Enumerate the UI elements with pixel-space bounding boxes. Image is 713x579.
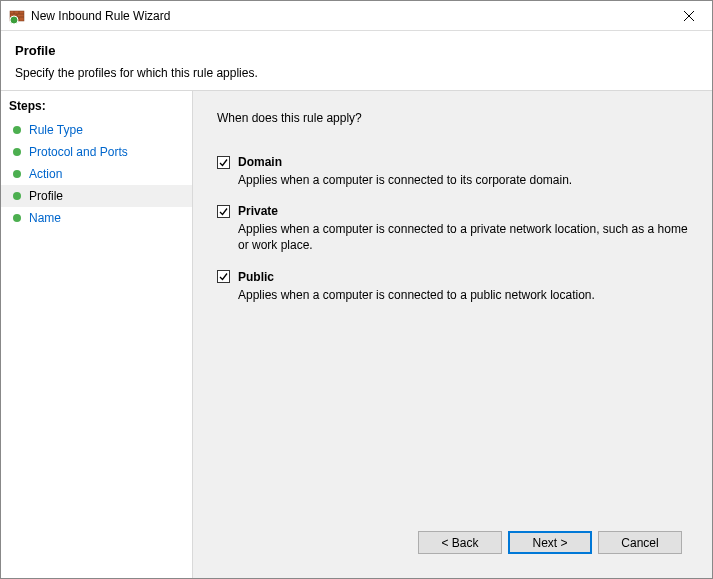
step-item-protocol-and-ports[interactable]: Protocol and Ports (1, 141, 192, 163)
step-bullet-icon (13, 170, 21, 178)
step-item-name[interactable]: Name (1, 207, 192, 229)
svg-point-8 (10, 16, 18, 24)
checkbox-domain[interactable] (217, 156, 230, 169)
step-label: Action (29, 167, 62, 181)
step-bullet-icon (13, 126, 21, 134)
option-row: Public (217, 270, 694, 284)
profile-option-private: PrivateApplies when a computer is connec… (217, 204, 694, 253)
profile-option-public: PublicApplies when a computer is connect… (217, 270, 694, 303)
firewall-icon (9, 8, 25, 24)
close-button[interactable] (674, 5, 704, 27)
option-label: Private (238, 204, 278, 218)
steps-heading: Steps: (1, 95, 192, 119)
step-item-action[interactable]: Action (1, 163, 192, 185)
checkmark-icon (218, 271, 229, 282)
step-label: Rule Type (29, 123, 83, 137)
wizard-footer: < Back Next > Cancel (217, 521, 694, 568)
wizard-body: Steps: Rule TypeProtocol and PortsAction… (1, 90, 712, 578)
checkbox-private[interactable] (217, 205, 230, 218)
profile-option-domain: DomainApplies when a computer is connect… (217, 155, 694, 188)
option-row: Private (217, 204, 694, 218)
wizard-header: Profile Specify the profiles for which t… (1, 31, 712, 90)
checkmark-icon (218, 206, 229, 217)
option-description: Applies when a computer is connected to … (238, 221, 688, 253)
step-bullet-icon (13, 148, 21, 156)
next-button[interactable]: Next > (508, 531, 592, 554)
content-panel: When does this rule apply? DomainApplies… (193, 91, 712, 578)
checkmark-icon (218, 157, 229, 168)
page-subtitle: Specify the profiles for which this rule… (15, 66, 698, 80)
step-item-profile[interactable]: Profile (1, 185, 192, 207)
step-bullet-icon (13, 192, 21, 200)
titlebar: New Inbound Rule Wizard (1, 1, 712, 31)
step-item-rule-type[interactable]: Rule Type (1, 119, 192, 141)
checkbox-public[interactable] (217, 270, 230, 283)
step-label: Protocol and Ports (29, 145, 128, 159)
option-row: Domain (217, 155, 694, 169)
step-bullet-icon (13, 214, 21, 222)
step-label: Profile (29, 189, 63, 203)
steps-sidebar: Steps: Rule TypeProtocol and PortsAction… (1, 91, 193, 578)
window-title: New Inbound Rule Wizard (31, 9, 674, 23)
page-title: Profile (15, 43, 698, 58)
option-label: Public (238, 270, 274, 284)
question-text: When does this rule apply? (217, 111, 694, 125)
option-description: Applies when a computer is connected to … (238, 287, 688, 303)
option-label: Domain (238, 155, 282, 169)
step-label: Name (29, 211, 61, 225)
back-button[interactable]: < Back (418, 531, 502, 554)
close-icon (684, 11, 694, 21)
option-description: Applies when a computer is connected to … (238, 172, 688, 188)
cancel-button[interactable]: Cancel (598, 531, 682, 554)
